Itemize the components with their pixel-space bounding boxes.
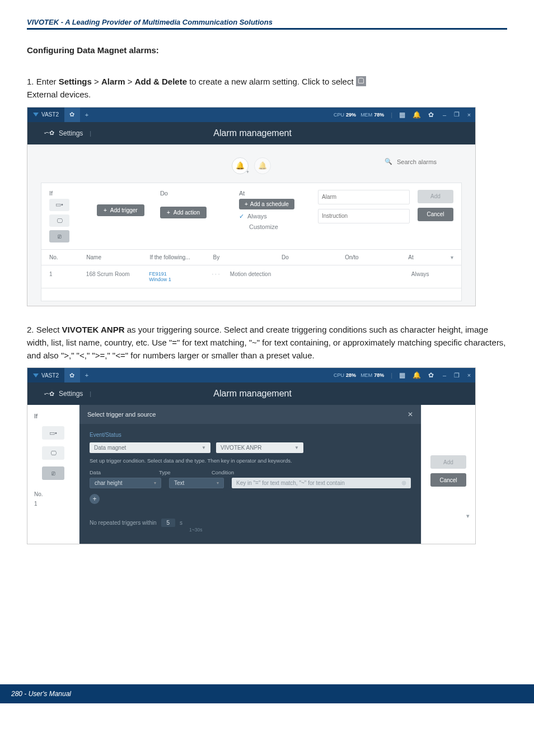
add-condition-button[interactable]: + bbox=[90, 494, 100, 504]
row-no: 1 bbox=[49, 271, 81, 282]
app-logo-tab-2[interactable]: VAST2 bbox=[27, 368, 64, 382]
row-cam[interactable]: FE9191 bbox=[149, 271, 206, 277]
data-value: char height bbox=[95, 480, 122, 486]
chevron-down-icon: ▼ bbox=[202, 445, 206, 450]
cancel-button-2[interactable]: Cancel bbox=[430, 473, 466, 487]
step1-alarm: Alarm bbox=[101, 77, 125, 86]
panel-close-icon[interactable]: ✕ bbox=[407, 410, 413, 418]
row-at: Always bbox=[411, 271, 448, 282]
tab-settings[interactable]: ✿ bbox=[64, 108, 80, 122]
add-button-2[interactable]: Add bbox=[430, 455, 466, 469]
plus-small-icon: + bbox=[104, 207, 107, 213]
title-bar: VAST2 ✿ + CPU29% MEM78% | ▦ 🔔 ✿ – ❐ × bbox=[27, 108, 475, 122]
step1-gt2: > bbox=[128, 77, 135, 86]
condition-header: Data Type Condition bbox=[90, 469, 411, 475]
cpu-stat: CPU29% bbox=[334, 112, 356, 118]
trigger-type-monitor[interactable]: 🖵 bbox=[49, 214, 69, 227]
row-win[interactable]: Window 1 bbox=[149, 277, 206, 282]
customize-label: Customize bbox=[249, 223, 278, 230]
bell-plus-icon: + bbox=[246, 169, 249, 175]
search-box[interactable]: 🔍 bbox=[385, 158, 460, 166]
condition-row: char height ▾ Text ▾ Key in "=" for text… bbox=[90, 478, 411, 488]
hdr-by: By bbox=[213, 254, 277, 260]
maximize-button-2[interactable]: ❐ bbox=[451, 372, 463, 379]
brand-tagline: VIVOTEK - A Leading Provider of Multimed… bbox=[27, 18, 273, 26]
minimize-button[interactable]: – bbox=[438, 111, 451, 118]
hdr-onto: On/to bbox=[345, 254, 402, 260]
type-value: Text bbox=[174, 480, 184, 486]
tab-add[interactable]: + bbox=[80, 108, 93, 122]
schedule-always[interactable]: ✓ Always bbox=[239, 213, 312, 220]
add-button[interactable]: Add bbox=[418, 190, 453, 203]
alarm-list-mode[interactable]: 🔔 bbox=[254, 157, 271, 174]
grid-icon-2[interactable]: ▦ bbox=[395, 371, 409, 379]
plus-small-icon-2: + bbox=[167, 209, 170, 216]
condition-input[interactable]: Key in "=" for text match, "~" for text … bbox=[232, 478, 411, 488]
check-icon: ✓ bbox=[239, 213, 244, 220]
alarm-name-input[interactable] bbox=[318, 190, 410, 204]
cpu-stat-2: CPU28% bbox=[334, 372, 356, 378]
trigger-type-external-2[interactable]: ⎚ bbox=[42, 466, 64, 480]
data-select[interactable]: char height ▾ bbox=[90, 478, 161, 488]
trigger-type-external[interactable]: ⎚ bbox=[49, 230, 69, 242]
hdr-caret[interactable]: ▾ bbox=[451, 254, 453, 260]
row-more[interactable]: · · · bbox=[212, 271, 224, 282]
app-name-2: VAST2 bbox=[41, 372, 59, 379]
clear-icon[interactable]: ⊗ bbox=[401, 479, 406, 487]
screenshot-alarm-management-2: VAST2 ✿ + CPU28% MEM78% | ▦ 🔔 ✿ – ❐ × ⤺ bbox=[27, 367, 476, 544]
schedule-customize[interactable]: Customize bbox=[239, 223, 312, 230]
footer-text: 280 - User's Manual bbox=[11, 690, 71, 698]
screenshot-alarm-management-1: VAST2 ✿ + CPU29% MEM78% | ▦ 🔔 ✿ – ❐ × bbox=[27, 107, 476, 306]
instruction-input[interactable] bbox=[318, 209, 410, 223]
bell-icon-2[interactable]: 🔔 bbox=[409, 371, 424, 379]
add-schedule-button[interactable]: + Add a schedule bbox=[239, 199, 294, 209]
col-at: At bbox=[239, 190, 312, 197]
tab-add-2[interactable]: + bbox=[80, 368, 93, 382]
col-if: If bbox=[49, 190, 91, 197]
trigger-type-camera[interactable]: ▭• bbox=[49, 199, 69, 211]
gear-icon-top-2[interactable]: ✿ bbox=[424, 371, 438, 379]
add-action-button[interactable]: + Add action bbox=[160, 207, 207, 218]
chevron-down-icon-3: ▾ bbox=[154, 480, 156, 486]
norepeat-range: 1~30s bbox=[189, 527, 411, 533]
type-select[interactable]: Text ▾ bbox=[169, 478, 224, 488]
tab-settings-2[interactable]: ✿ bbox=[64, 368, 80, 382]
alarm-add-mode[interactable]: 🔔 + bbox=[232, 157, 249, 174]
help-text: Set up trigger condition. Select data an… bbox=[90, 458, 411, 464]
search-input[interactable] bbox=[396, 158, 460, 166]
cancel-button[interactable]: Cancel bbox=[418, 208, 453, 221]
mem-stat: MEM78% bbox=[360, 112, 384, 118]
panel-header: Select trigger and source ✕ bbox=[79, 405, 421, 424]
source-select[interactable]: VIVOTEK ANPR ▼ bbox=[216, 442, 303, 453]
external-devices-icon bbox=[356, 76, 366, 86]
norepeat-value[interactable]: 5 bbox=[161, 519, 176, 527]
alarm-row[interactable]: 1 168 Scrum Room FE9191 Window 1 · · · M… bbox=[41, 265, 462, 288]
trigger-type-monitor-2[interactable]: 🖵 bbox=[42, 446, 64, 460]
add-action-label: Add action bbox=[174, 209, 200, 216]
add-trigger-button[interactable]: + Add trigger bbox=[97, 204, 144, 216]
logo-triangle-icon-2 bbox=[33, 374, 39, 377]
left-rail: If ▭• 🖵 ⎚ No. 1 bbox=[27, 405, 79, 544]
minimize-button-2[interactable]: – bbox=[438, 372, 451, 379]
step1-add-delete: Add & Delete bbox=[135, 77, 187, 86]
bell-glyph-icon: 🔔 bbox=[236, 161, 245, 170]
bell-icon[interactable]: 🔔 bbox=[409, 111, 424, 119]
page-header-rule: VIVOTEK - A Leading Provider of Multimed… bbox=[27, 17, 507, 30]
trigger-type-camera-2[interactable]: ▭• bbox=[42, 426, 64, 440]
always-label: Always bbox=[247, 213, 267, 220]
logo-triangle-icon bbox=[33, 113, 39, 116]
close-button-2[interactable]: × bbox=[463, 372, 475, 379]
gear-icon-top[interactable]: ✿ bbox=[424, 111, 438, 119]
close-button[interactable]: × bbox=[463, 111, 475, 118]
norepeat-unit: s bbox=[180, 520, 182, 526]
app-logo-tab[interactable]: VAST2 bbox=[27, 108, 64, 122]
step1-settings: Settings bbox=[59, 77, 92, 86]
add-schedule-label: Add a schedule bbox=[250, 201, 289, 207]
grid-icon[interactable]: ▦ bbox=[395, 111, 409, 119]
row-caret[interactable]: ▾ bbox=[466, 512, 470, 520]
category-select[interactable]: Data magnet ▼ bbox=[90, 442, 210, 453]
chevron-down-icon-4: ▾ bbox=[217, 480, 219, 486]
maximize-button[interactable]: ❐ bbox=[451, 111, 463, 118]
right-rail: Add Cancel ▾ bbox=[421, 405, 475, 544]
chevron-down-icon-2: ▼ bbox=[294, 445, 299, 450]
